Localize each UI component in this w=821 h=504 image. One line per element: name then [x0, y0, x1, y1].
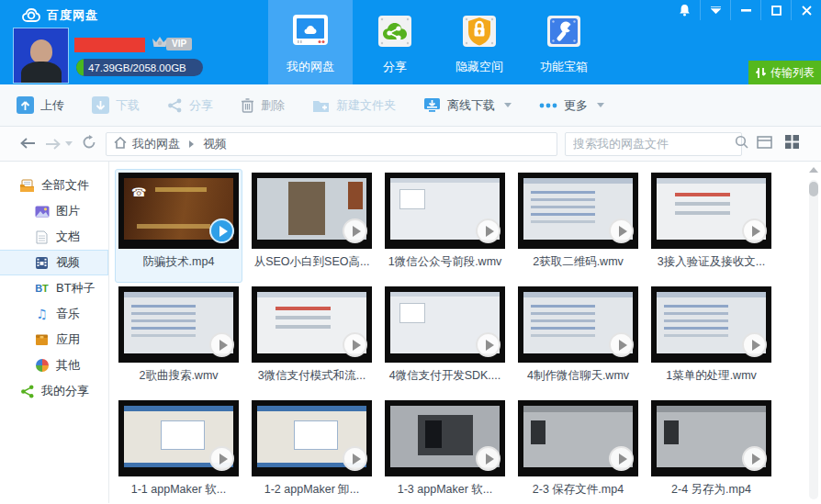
play-button-icon[interactable] [609, 446, 634, 471]
play-button-icon[interactable] [609, 332, 634, 357]
file-card[interactable]: 1菜单的处理.wmv [647, 283, 775, 397]
sidebar-item-my-share[interactable]: 我的分享 [0, 378, 108, 404]
file-card[interactable]: 2-3 保存文件.mp4 [514, 397, 642, 504]
play-button-icon[interactable] [742, 332, 767, 357]
minimize-icon[interactable] [730, 0, 760, 20]
video-thumbnail[interactable] [651, 173, 771, 249]
scroll-up-icon[interactable] [809, 167, 818, 173]
avatar[interactable] [13, 28, 69, 84]
play-button-icon[interactable] [343, 446, 367, 471]
file-name[interactable]: 1菜单的处理.wmv [651, 368, 771, 384]
chevron-down-icon[interactable] [504, 103, 512, 107]
file-name[interactable]: 1-1 appMaker 软... [118, 482, 239, 498]
file-name[interactable]: 1-2 appMaker 卸... [252, 482, 372, 498]
video-thumbnail[interactable] [518, 173, 638, 249]
file-card[interactable]: 1-1 appMaker 软... [115, 397, 242, 504]
forward-icon[interactable] [45, 139, 73, 150]
video-thumbnail[interactable] [518, 286, 638, 363]
video-thumbnail[interactable] [118, 400, 239, 476]
play-button-icon[interactable] [476, 332, 500, 357]
video-thumbnail[interactable] [518, 400, 638, 476]
video-thumbnail[interactable] [118, 286, 239, 363]
video-thumbnail[interactable]: ☎ [118, 173, 239, 249]
grid-view-icon[interactable] [785, 135, 799, 152]
more-dots-button[interactable]: 更多 [539, 97, 604, 114]
bell-icon[interactable] [669, 0, 700, 20]
vip-badge[interactable]: VIP [151, 35, 192, 53]
tab-hidden-space[interactable]: 隐藏空间 [437, 0, 522, 84]
play-button-icon[interactable] [476, 446, 500, 471]
maximize-icon[interactable] [760, 0, 791, 20]
file-card[interactable]: ☎防骗技术.mp4 [115, 169, 242, 283]
file-name[interactable]: 1-3 appMaker 软... [385, 482, 505, 498]
sidebar-item-videos[interactable]: 视频 [0, 250, 108, 275]
file-name[interactable]: 从SEO小白到SEO高... [252, 254, 372, 270]
sidebar-item-pictures[interactable]: 图片 [0, 198, 108, 224]
sidebar-item-bt-seed[interactable]: BTBT种子 [0, 275, 108, 301]
video-thumbnail[interactable] [385, 400, 505, 476]
play-button-icon[interactable] [343, 332, 367, 357]
transfer-list-button[interactable]: 传输列表 [748, 61, 821, 84]
file-name[interactable]: 4微信支付开发SDK.... [385, 368, 505, 384]
sidebar-item-others[interactable]: 其他 [0, 353, 108, 378]
video-thumbnail[interactable] [651, 286, 771, 363]
play-button-icon[interactable] [209, 332, 234, 357]
file-name[interactable]: 4制作微信聊天.wmv [518, 368, 638, 384]
back-icon[interactable] [20, 136, 36, 152]
sidebar-item-apps[interactable]: 应用 [0, 327, 108, 353]
file-card[interactable]: 4制作微信聊天.wmv [514, 283, 642, 397]
file-name[interactable]: 1微信公众号前段.wmv [385, 254, 505, 270]
tab-share-cloud[interactable]: 分享 [353, 0, 437, 84]
scrollbar-thumb[interactable] [809, 182, 818, 196]
video-thumbnail[interactable] [651, 400, 771, 476]
file-name[interactable]: 2-3 保存文件.mp4 [518, 482, 638, 498]
file-name[interactable]: 2获取二维码.wmv [518, 254, 638, 270]
search-input[interactable] [573, 137, 735, 151]
tab-my-drive[interactable]: 我的网盘 [268, 0, 353, 84]
file-name[interactable]: 3微信支付模式和流... [252, 368, 372, 384]
list-view-icon[interactable] [757, 136, 772, 152]
video-thumbnail[interactable] [385, 286, 505, 363]
sidebar-item-label: 我的分享 [41, 383, 89, 399]
scrollbar-track[interactable] [809, 180, 818, 499]
collapse-window-icon[interactable] [700, 0, 730, 20]
file-name[interactable]: 2-4 另存为.mp4 [651, 482, 771, 498]
file-card[interactable]: 1微信公众号前段.wmv [381, 169, 509, 283]
file-card[interactable]: 从SEO小白到SEO高... [248, 169, 376, 283]
file-name[interactable]: 防骗技术.mp4 [118, 254, 239, 270]
tab-toolbox[interactable]: 功能宝箱 [522, 0, 606, 84]
video-thumbnail[interactable] [252, 173, 372, 249]
chevron-down-icon[interactable] [597, 103, 604, 107]
file-card[interactable]: 1-3 appMaker 软... [381, 397, 509, 504]
video-thumbnail[interactable] [385, 173, 505, 249]
video-thumbnail[interactable] [252, 286, 372, 363]
offline-download-button[interactable]: 离线下载 [423, 97, 512, 114]
refresh-icon[interactable] [82, 135, 96, 153]
file-card[interactable]: 2歌曲搜索.wmv [115, 283, 242, 397]
play-button-icon[interactable] [476, 218, 500, 243]
sidebar-item-music[interactable]: ♫音乐 [0, 301, 108, 327]
file-card[interactable]: 4微信支付开发SDK.... [381, 283, 509, 397]
play-button-icon[interactable] [343, 218, 367, 243]
file-card[interactable]: 3微信支付模式和流... [248, 283, 376, 397]
file-name[interactable]: 3接入验证及接收文... [651, 254, 771, 270]
upload-button[interactable]: 上传 [17, 96, 64, 114]
play-button-icon[interactable] [209, 218, 234, 243]
file-card[interactable]: 1-2 appMaker 卸... [248, 397, 376, 504]
close-icon[interactable] [791, 0, 821, 20]
play-button-icon[interactable] [742, 218, 767, 243]
play-button-icon[interactable] [742, 446, 767, 471]
search-icon[interactable] [735, 135, 748, 152]
sidebar-item-all-files[interactable]: 全部文件 [0, 173, 108, 198]
home-icon[interactable] [114, 136, 127, 152]
sidebar-item-documents[interactable]: 文档 [0, 224, 108, 250]
file-name[interactable]: 2歌曲搜索.wmv [118, 368, 239, 384]
breadcrumb-root[interactable]: 我的网盘 [132, 136, 180, 152]
file-card[interactable]: 2-4 另存为.mp4 [647, 397, 775, 504]
play-button-icon[interactable] [609, 218, 634, 243]
forward-history-caret-icon[interactable] [65, 141, 73, 146]
video-thumbnail[interactable] [252, 400, 372, 476]
file-card[interactable]: 3接入验证及接收文... [647, 169, 775, 283]
play-button-icon[interactable] [209, 446, 234, 471]
file-card[interactable]: 2获取二维码.wmv [514, 169, 642, 283]
